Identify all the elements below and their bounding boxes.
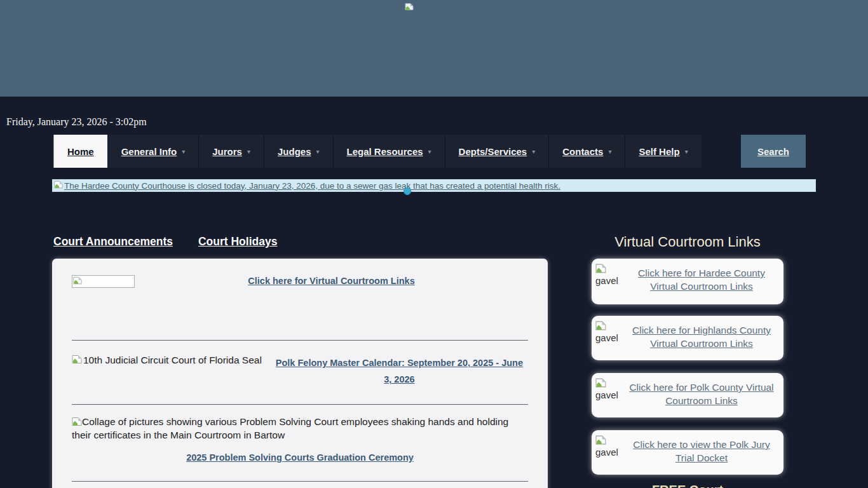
polk-jury-trial-docket-link[interactable]: Click here to view the Polk Jury Trial D… bbox=[625, 438, 778, 464]
chevron-down-icon: ▾ bbox=[182, 148, 185, 155]
broken-image-icon bbox=[54, 180, 63, 191]
nav-item-general-info[interactable]: General Info ▾ bbox=[107, 135, 199, 168]
nav-item-jurors[interactable]: Jurors ▾ bbox=[198, 135, 264, 168]
alert-link[interactable]: The Hardee County Courthouse is closed t… bbox=[64, 181, 560, 191]
polk-virtual-courtroom-link[interactable]: Click here for Polk County Virtual Court… bbox=[625, 381, 778, 407]
broken-image-icon bbox=[595, 321, 606, 332]
nav-label: Home bbox=[67, 146, 94, 157]
virtual-courtroom-card-hardee[interactable]: gavel Click here for Hardee County Virtu… bbox=[592, 259, 783, 304]
sidebar-heading-partial: FREE Court bbox=[592, 483, 783, 488]
nav-label: Self Help bbox=[639, 146, 679, 157]
announcement-link-felony-calendar[interactable]: Polk Felony Master Calendar: September 2… bbox=[271, 355, 528, 388]
section-tabs: Court Announcements Court Holidays bbox=[53, 235, 277, 248]
alert-banner: The Hardee County Courthouse is closed t… bbox=[52, 179, 816, 192]
chevron-down-icon: ▾ bbox=[685, 148, 688, 155]
sidebar-heading: Virtual Courtroom Links bbox=[592, 234, 783, 250]
broken-image-alt: 10th Judicial Circuit Court of Florida S… bbox=[72, 355, 262, 367]
nav-label: Judges bbox=[278, 146, 311, 157]
tab-court-holidays[interactable]: Court Holidays bbox=[198, 235, 277, 248]
image-alt-text: gavel bbox=[595, 276, 625, 285]
virtual-courtroom-card-highlands[interactable]: gavel Click here for Highlands County Vi… bbox=[592, 316, 783, 360]
broken-image-alt: gavel bbox=[595, 321, 625, 342]
announcement-item: 10th Judicial Circuit Court of Florida S… bbox=[72, 341, 528, 404]
tab-court-announcements[interactable]: Court Announcements bbox=[53, 235, 173, 248]
broken-image-alt: gavel bbox=[595, 378, 625, 400]
announcement-link-virtual-courtroom[interactable]: Click here for Virtual Courtroom Links bbox=[248, 276, 414, 286]
nav-label: Legal Resources bbox=[347, 146, 423, 157]
image-alt-text: gavel bbox=[595, 390, 625, 400]
announcements-card: Click here for Virtual Courtroom Links 1… bbox=[52, 259, 548, 488]
carousel-indicator-dot[interactable] bbox=[403, 187, 411, 195]
broken-image-placeholder bbox=[72, 275, 135, 288]
search-label: Search bbox=[757, 146, 789, 157]
image-alt-text: gavel bbox=[595, 333, 625, 342]
broken-image-alt: Collage of pictures showing various Prob… bbox=[72, 415, 528, 442]
chevron-down-icon: ▾ bbox=[428, 148, 431, 155]
virtual-courtroom-card-jury-docket[interactable]: gavel Click here to view the Polk Jury T… bbox=[592, 430, 783, 475]
nav-label: General Info bbox=[121, 146, 177, 157]
highlands-virtual-courtroom-link[interactable]: Click here for Highlands County Virtual … bbox=[625, 323, 778, 350]
broken-image-icon bbox=[405, 2, 414, 10]
image-alt-text: Collage of pictures showing various Prob… bbox=[72, 416, 508, 440]
nav-label: Depts/Services bbox=[459, 146, 527, 157]
nav-item-contacts[interactable]: Contacts ▾ bbox=[548, 135, 625, 168]
broken-image-icon bbox=[595, 435, 606, 446]
image-alt-text: gavel bbox=[595, 447, 625, 457]
broken-image-alt: gavel bbox=[595, 264, 625, 285]
page: Friday, January 23, 2026 - 3:02pm Home G… bbox=[0, 0, 868, 488]
announcement-item: Click here for Virtual Courtroom Links bbox=[72, 275, 528, 340]
broken-image-alt: gavel bbox=[595, 435, 625, 457]
nav-item-legal-resources[interactable]: Legal Resources ▾ bbox=[333, 135, 445, 168]
broken-image-icon bbox=[595, 264, 606, 274]
chevron-down-icon: ▾ bbox=[532, 148, 535, 155]
chevron-down-icon: ▾ bbox=[316, 148, 319, 155]
search-button[interactable]: Search bbox=[741, 135, 806, 168]
broken-image-icon bbox=[72, 355, 82, 367]
nav-label: Contacts bbox=[562, 146, 603, 157]
announcement-item: Collage of pictures showing various Prob… bbox=[72, 405, 528, 481]
nav-item-self-help[interactable]: Self Help ▾ bbox=[625, 135, 701, 168]
image-alt-text: 10th Judicial Circuit Court of Florida S… bbox=[83, 355, 262, 366]
site-header-banner bbox=[0, 0, 868, 97]
chevron-down-icon: ▾ bbox=[247, 148, 250, 155]
nav-item-depts-services[interactable]: Depts/Services ▾ bbox=[445, 135, 549, 168]
broken-image-icon bbox=[595, 378, 606, 389]
divider bbox=[72, 481, 528, 482]
current-datetime: Friday, January 23, 2026 - 3:02pm bbox=[6, 116, 147, 128]
announcement-link-graduation-ceremony[interactable]: 2025 Problem Solving Courts Graduation C… bbox=[186, 452, 414, 463]
main-navigation: Home General Info ▾ Jurors ▾ Judges ▾ Le… bbox=[53, 135, 806, 168]
nav-item-home[interactable]: Home bbox=[53, 135, 107, 168]
chevron-down-icon: ▾ bbox=[608, 148, 611, 155]
nav-item-judges[interactable]: Judges ▾ bbox=[264, 135, 333, 168]
broken-image-icon bbox=[72, 415, 82, 428]
hardee-virtual-courtroom-link[interactable]: Click here for Hardee County Virtual Cou… bbox=[625, 266, 778, 293]
virtual-courtroom-card-polk[interactable]: gavel Click here for Polk County Virtual… bbox=[592, 373, 783, 417]
nav-label: Jurors bbox=[212, 146, 242, 157]
